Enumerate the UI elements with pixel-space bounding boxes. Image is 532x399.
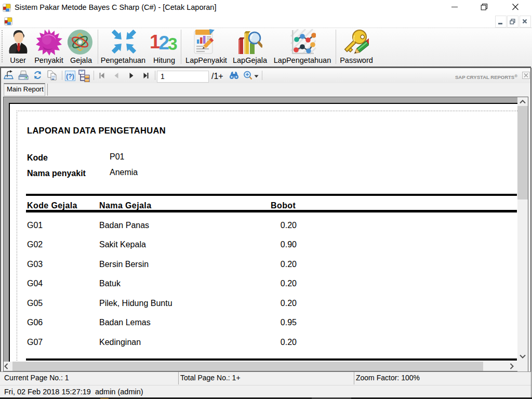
svg-text:(?): (?) bbox=[66, 73, 74, 80]
